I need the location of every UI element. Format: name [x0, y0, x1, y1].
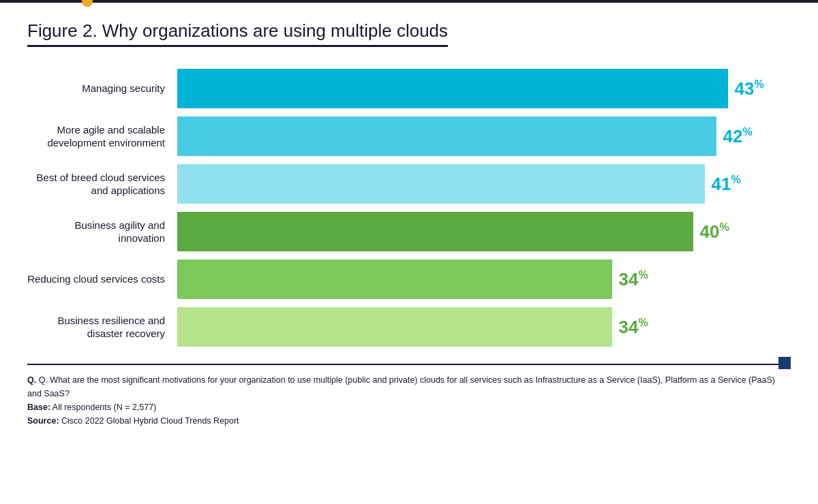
footer-section: Q. Q. What are the most significant moti… — [27, 364, 791, 428]
bar-row: Managing security43% — [27, 67, 791, 110]
chart-title: Figure 2. Why organizations are using mu… — [27, 20, 448, 47]
base-label: Base: — [27, 403, 50, 412]
bar-fill — [177, 116, 716, 156]
bar-row: Business resilience and disaster recover… — [27, 306, 791, 348]
bar-value-label: 41% — [712, 174, 741, 195]
bar-fill — [177, 307, 612, 347]
bar-container: 34% — [177, 307, 791, 347]
bar-value-label: 34% — [619, 269, 648, 290]
bar-row: Best of breed cloud services and applica… — [27, 163, 791, 205]
bar-label: Reducing cloud services costs — [27, 272, 177, 286]
bar-fill — [177, 69, 728, 108]
bar-fill — [177, 164, 705, 204]
bar-label: More agile and scalable development envi… — [27, 123, 177, 150]
bar-label: Business resilience and disaster recover… — [27, 314, 177, 341]
footer-source: Source: Cisco 2022 Global Hybrid Cloud T… — [27, 414, 791, 428]
question-text: Q. What are the most significant motivat… — [27, 375, 775, 398]
bar-value-label: 42% — [723, 126, 753, 147]
bar-value-label: 43% — [735, 78, 764, 99]
bar-label: Best of breed cloud services and applica… — [27, 171, 177, 198]
bar-container: 40% — [177, 212, 791, 251]
bar-container: 41% — [177, 164, 791, 204]
bar-label: Managing security — [27, 82, 177, 95]
bar-row: Reducing cloud services costs34% — [27, 258, 791, 300]
chart-area: Managing security43%More agile and scala… — [27, 67, 791, 353]
source-value: Cisco 2022 Global Hybrid Cloud Trends Re… — [61, 416, 239, 426]
bar-row: More agile and scalable development envi… — [27, 115, 791, 157]
bar-fill — [177, 259, 612, 299]
bar-container: 43% — [177, 69, 791, 108]
footer-question: Q. Q. What are the most significant moti… — [27, 373, 791, 400]
base-value: All respondents (N = 2,577) — [52, 403, 157, 412]
bar-value-label: 34% — [619, 317, 648, 338]
bar-container: 42% — [177, 116, 791, 156]
source-label: Source: — [27, 416, 59, 426]
bar-fill — [177, 212, 693, 251]
bar-row: Business agility and innovation40% — [27, 210, 791, 253]
question-label: Q. — [27, 375, 36, 385]
bar-value-label: 40% — [700, 221, 729, 242]
bar-container: 34% — [177, 259, 791, 299]
blue-square-icon — [778, 357, 791, 369]
footer-base: Base: All respondents (N = 2,577) — [27, 400, 791, 414]
bar-label: Business agility and innovation — [27, 219, 177, 245]
